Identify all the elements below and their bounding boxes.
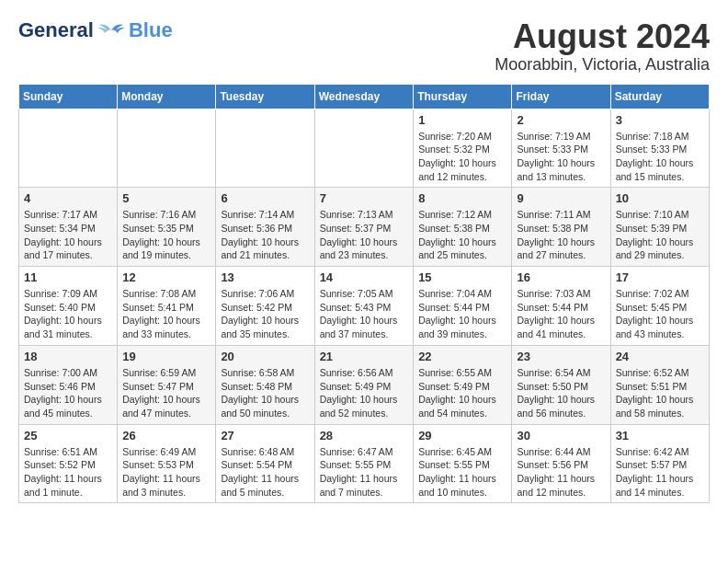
day-number: 13: [221, 270, 309, 284]
day-number: 14: [320, 270, 409, 284]
day-info: Sunrise: 7:04 AM Sunset: 5:44 PM Dayligh…: [418, 287, 506, 341]
column-header-tuesday: Tuesday: [216, 84, 314, 109]
column-header-sunday: Sunday: [19, 84, 118, 109]
calendar-day-cell: 14Sunrise: 7:05 AM Sunset: 5:43 PM Dayli…: [314, 267, 414, 346]
calendar-header-row: SundayMondayTuesdayWednesdayThursdayFrid…: [19, 84, 710, 109]
calendar-day-cell: 22Sunrise: 6:55 AM Sunset: 5:49 PM Dayli…: [414, 345, 512, 424]
calendar-day-cell: 24Sunrise: 6:52 AM Sunset: 5:51 PM Dayli…: [610, 345, 709, 424]
calendar-day-cell: 26Sunrise: 6:49 AM Sunset: 5:53 PM Dayli…: [118, 424, 216, 503]
calendar-day-cell: 27Sunrise: 6:48 AM Sunset: 5:54 PM Dayli…: [216, 424, 314, 503]
calendar-day-cell: 16Sunrise: 7:03 AM Sunset: 5:44 PM Dayli…: [512, 267, 610, 346]
day-number: 2: [517, 113, 605, 127]
day-number: 5: [122, 191, 210, 205]
page-header: General Blue August 2024 Moorabbin, Vict…: [18, 18, 710, 75]
calendar-day-cell: 28Sunrise: 6:47 AM Sunset: 5:55 PM Dayli…: [314, 424, 414, 503]
day-number: 12: [122, 270, 210, 284]
calendar-day-cell: 21Sunrise: 6:56 AM Sunset: 5:49 PM Dayli…: [314, 345, 414, 424]
calendar-day-cell: 29Sunrise: 6:45 AM Sunset: 5:55 PM Dayli…: [414, 424, 512, 503]
day-info: Sunrise: 6:44 AM Sunset: 5:56 PM Dayligh…: [517, 445, 605, 500]
day-info: Sunrise: 6:59 AM Sunset: 5:47 PM Dayligh…: [122, 366, 210, 420]
day-info: Sunrise: 6:48 AM Sunset: 5:54 PM Dayligh…: [221, 445, 309, 500]
logo-blue: Blue: [129, 18, 173, 42]
day-info: Sunrise: 7:13 AM Sunset: 5:37 PM Dayligh…: [320, 208, 409, 262]
day-number: 10: [616, 191, 704, 205]
calendar-day-cell: 4Sunrise: 7:17 AM Sunset: 5:34 PM Daylig…: [19, 188, 118, 267]
calendar-day-cell: 6Sunrise: 7:14 AM Sunset: 5:36 PM Daylig…: [216, 188, 314, 267]
day-info: Sunrise: 7:12 AM Sunset: 5:38 PM Dayligh…: [418, 208, 506, 262]
day-number: 15: [418, 270, 506, 284]
calendar-day-cell: 3Sunrise: 7:18 AM Sunset: 5:33 PM Daylig…: [610, 109, 709, 188]
logo-bird-icon: [97, 21, 125, 40]
day-number: 30: [517, 429, 605, 442]
calendar-week-row: 11Sunrise: 7:09 AM Sunset: 5:40 PM Dayli…: [19, 267, 710, 346]
day-number: 29: [418, 429, 506, 442]
calendar-day-cell: [19, 109, 118, 188]
calendar-day-cell: 13Sunrise: 7:06 AM Sunset: 5:42 PM Dayli…: [216, 267, 314, 346]
day-number: 11: [24, 270, 112, 284]
calendar-table: SundayMondayTuesdayWednesdayThursdayFrid…: [18, 84, 710, 504]
day-number: 6: [221, 191, 309, 205]
day-number: 3: [616, 113, 704, 127]
calendar-day-cell: [118, 109, 216, 188]
calendar-day-cell: [314, 109, 414, 188]
day-info: Sunrise: 7:02 AM Sunset: 5:45 PM Dayligh…: [616, 287, 704, 341]
day-number: 23: [517, 350, 605, 363]
day-info: Sunrise: 7:05 AM Sunset: 5:43 PM Dayligh…: [320, 287, 409, 341]
day-info: Sunrise: 7:00 AM Sunset: 5:46 PM Dayligh…: [24, 366, 112, 420]
day-number: 31: [616, 429, 704, 442]
day-info: Sunrise: 6:55 AM Sunset: 5:49 PM Dayligh…: [418, 366, 506, 420]
title-block: August 2024 Moorabbin, Victoria, Austral…: [495, 18, 710, 75]
calendar-week-row: 18Sunrise: 7:00 AM Sunset: 5:46 PM Dayli…: [19, 345, 710, 424]
day-number: 28: [320, 429, 409, 442]
page-subtitle: Moorabbin, Victoria, Australia: [495, 55, 710, 75]
calendar-week-row: 4Sunrise: 7:17 AM Sunset: 5:34 PM Daylig…: [19, 188, 710, 267]
calendar-day-cell: 10Sunrise: 7:10 AM Sunset: 5:39 PM Dayli…: [610, 188, 709, 267]
day-number: 16: [517, 270, 605, 284]
day-number: 18: [24, 350, 112, 363]
day-info: Sunrise: 7:20 AM Sunset: 5:32 PM Dayligh…: [418, 130, 506, 184]
calendar-day-cell: 1Sunrise: 7:20 AM Sunset: 5:32 PM Daylig…: [414, 109, 512, 188]
day-number: 17: [616, 270, 704, 284]
calendar-day-cell: 12Sunrise: 7:08 AM Sunset: 5:41 PM Dayli…: [118, 267, 216, 346]
day-info: Sunrise: 7:03 AM Sunset: 5:44 PM Dayligh…: [517, 287, 605, 341]
day-info: Sunrise: 6:52 AM Sunset: 5:51 PM Dayligh…: [616, 366, 704, 420]
column-header-wednesday: Wednesday: [314, 84, 414, 109]
day-number: 1: [418, 113, 506, 127]
calendar-day-cell: 23Sunrise: 6:54 AM Sunset: 5:50 PM Dayli…: [512, 345, 610, 424]
day-info: Sunrise: 7:14 AM Sunset: 5:36 PM Dayligh…: [221, 208, 309, 262]
day-info: Sunrise: 6:45 AM Sunset: 5:55 PM Dayligh…: [418, 445, 506, 500]
calendar-day-cell: [216, 109, 314, 188]
calendar-day-cell: 25Sunrise: 6:51 AM Sunset: 5:52 PM Dayli…: [19, 424, 118, 503]
calendar-day-cell: 20Sunrise: 6:58 AM Sunset: 5:48 PM Dayli…: [216, 345, 314, 424]
day-info: Sunrise: 6:54 AM Sunset: 5:50 PM Dayligh…: [517, 366, 605, 420]
calendar-day-cell: 19Sunrise: 6:59 AM Sunset: 5:47 PM Dayli…: [118, 345, 216, 424]
calendar-day-cell: 17Sunrise: 7:02 AM Sunset: 5:45 PM Dayli…: [610, 267, 709, 346]
day-info: Sunrise: 7:08 AM Sunset: 5:41 PM Dayligh…: [122, 287, 210, 341]
day-info: Sunrise: 7:19 AM Sunset: 5:33 PM Dayligh…: [517, 130, 605, 184]
column-header-saturday: Saturday: [610, 84, 709, 109]
column-header-friday: Friday: [512, 84, 610, 109]
day-info: Sunrise: 6:47 AM Sunset: 5:55 PM Dayligh…: [320, 445, 409, 500]
day-info: Sunrise: 7:06 AM Sunset: 5:42 PM Dayligh…: [221, 287, 309, 341]
day-number: 25: [24, 429, 112, 442]
calendar-week-row: 1Sunrise: 7:20 AM Sunset: 5:32 PM Daylig…: [19, 109, 710, 188]
page-title: August 2024: [495, 18, 710, 55]
day-info: Sunrise: 6:42 AM Sunset: 5:57 PM Dayligh…: [616, 445, 704, 500]
logo-general: General: [18, 18, 94, 42]
day-number: 26: [122, 429, 210, 442]
calendar-day-cell: 30Sunrise: 6:44 AM Sunset: 5:56 PM Dayli…: [512, 424, 610, 503]
day-info: Sunrise: 7:18 AM Sunset: 5:33 PM Dayligh…: [616, 130, 704, 184]
column-header-thursday: Thursday: [414, 84, 512, 109]
calendar-day-cell: 8Sunrise: 7:12 AM Sunset: 5:38 PM Daylig…: [414, 188, 512, 267]
calendar-day-cell: 2Sunrise: 7:19 AM Sunset: 5:33 PM Daylig…: [512, 109, 610, 188]
day-number: 19: [122, 350, 210, 363]
calendar-day-cell: 18Sunrise: 7:00 AM Sunset: 5:46 PM Dayli…: [19, 345, 118, 424]
day-number: 9: [517, 191, 605, 205]
day-number: 22: [418, 350, 506, 363]
day-info: Sunrise: 7:09 AM Sunset: 5:40 PM Dayligh…: [24, 287, 112, 341]
column-header-monday: Monday: [118, 84, 216, 109]
day-info: Sunrise: 7:10 AM Sunset: 5:39 PM Dayligh…: [616, 208, 704, 262]
day-number: 27: [221, 429, 309, 442]
day-number: 4: [24, 191, 112, 205]
calendar-day-cell: 11Sunrise: 7:09 AM Sunset: 5:40 PM Dayli…: [19, 267, 118, 346]
